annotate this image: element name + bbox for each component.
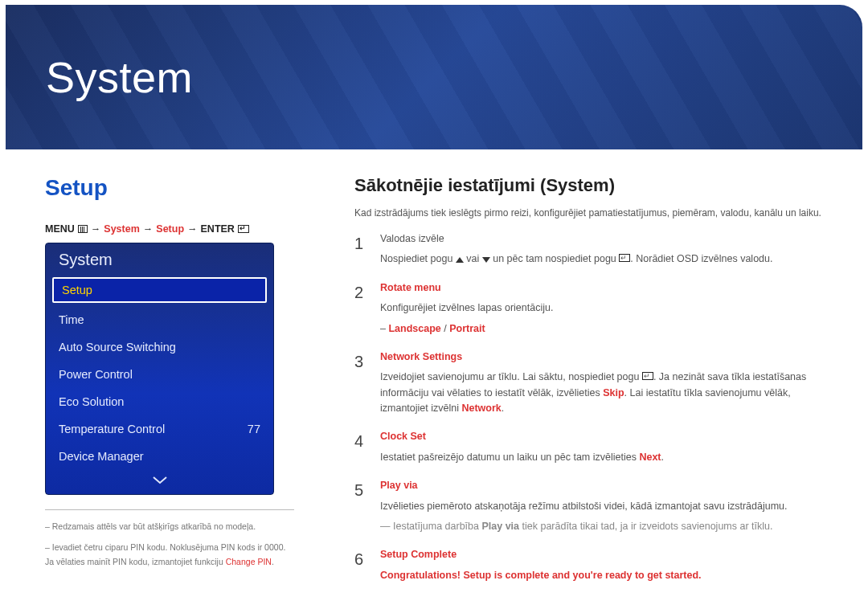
step-1: 1 Valodas izvēle Nospiediet pogu vai un … [354,231,834,272]
footnotes: – Redzamais attēls var būt atšķirīgs atk… [45,509,294,570]
setup-steps: 1 Valodas izvēle Nospiediet pogu vai un … [354,231,834,588]
text: vai [464,253,482,264]
step-body: Network Settings Izveidojiet savienojumu… [380,349,834,422]
step-3: 3 Network Settings Izveidojiet savienoju… [354,349,834,422]
next-label: Next [639,452,661,463]
step-6: 6 Setup Complete Congratulations! Setup … [354,547,834,588]
text: . Norādiet OSD izvēlnes valodu. [630,253,772,264]
step-4-title: Clock Set [380,431,426,442]
enter-button-icon [619,254,630,262]
step-number: 4 [354,429,367,470]
chevron-down-icon [153,476,167,484]
step-number: 6 [354,547,367,588]
enter-button-icon [238,225,249,233]
step-body: Setup Complete Congratulations! Setup is… [380,547,834,588]
step-3-desc: Izveidojiet savienojumu ar tīklu. Lai sā… [380,370,834,416]
intro-text: Kad izstrādājums tiek ieslēgts pirmo rei… [354,207,834,219]
text: tiek parādīta tikai tad, ja ir izveidots… [519,521,772,532]
network-label: Network [461,403,501,414]
left-column: Setup MENU → System → Setup → ENTER Syst… [45,175,306,596]
footnote-1: – Redzamais attēls var būt atšķirīgs atk… [45,520,294,534]
menu-grid-icon [78,225,88,233]
enter-button-icon [642,372,653,380]
step-number: 1 [354,231,367,272]
osd-item-power-control[interactable]: Power Control [46,361,273,388]
osd-item-label: Setup [62,284,92,296]
step-1-p2: Nospiediet pogu vai un pēc tam nospiedie… [380,251,834,267]
text: Iestatiet pašreizējo datumu un laiku un … [380,452,639,463]
chapter-header: System [6,5,862,149]
footnote-2-highlight: Change PIN [226,557,272,566]
arrow: → [187,223,198,235]
osd-item-eco-solution[interactable]: Eco Solution [46,388,273,415]
step-3-title: Network Settings [380,351,462,362]
step-number: 3 [354,349,367,422]
step-5: 5 Play via Izvēlieties piemēroto atskaņo… [354,478,834,539]
menu-path-prefix: MENU [45,223,75,235]
step-2-title: Rotate menu [380,282,441,293]
step-2-options: – Landscape / Portrait [380,321,834,337]
text: Izveidojiet savienojumu ar tīklu. Lai sā… [380,371,642,382]
arrow: → [143,223,154,235]
menu-path: MENU → System → Setup → ENTER [45,223,306,235]
text: Nospiediet pogu [380,253,456,264]
step-number: 2 [354,280,367,341]
step-body: Valodas izvēle Nospiediet pogu vai un pē… [380,231,834,272]
step-4-desc: Iestatiet pašreizējo datumu un laiku un … [380,450,834,465]
footnote-2-post: . [272,557,274,566]
osd-preview: System Setup Time Auto Source Switching … [45,243,274,495]
dash: – [380,323,388,334]
text: ― Iestatījuma darbība [380,521,481,532]
osd-item-value: 77 [248,423,260,435]
footnote-2: – Ievadiet četru ciparu PIN kodu. Noklus… [45,541,294,570]
chapter-title: System [46,52,193,102]
osd-more-chevron[interactable] [46,470,273,494]
text: . [502,403,504,414]
manual-page: System Setup MENU → System → Setup → ENT… [0,5,868,613]
osd-item-label: Device Manager [59,450,144,463]
section-title: Setup [45,175,306,201]
osd-item-label: Power Control [59,368,133,381]
step-1-p1: Valodas izvēle [380,231,834,247]
content-area: Setup MENU → System → Setup → ENTER Syst… [0,149,868,596]
step-4: 4 Clock Set Iestatiet pašreizējo datumu … [354,429,834,470]
osd-item-time[interactable]: Time [46,306,273,333]
osd-item-temperature[interactable]: Temperature Control 77 [46,415,273,443]
play-via-label: Play via [481,521,519,532]
step-body: Clock Set Iestatiet pašreizējo datumu un… [380,429,834,470]
skip-label: Skip [603,387,624,398]
arrow: → [91,223,101,235]
down-arrow-icon [482,257,490,263]
option-landscape: Landscape [388,323,440,334]
step-number: 5 [354,478,367,539]
osd-item-label: Temperature Control [59,423,165,435]
step-2: 2 Rotate menu Konfigurējiet izvēlnes lap… [354,280,834,341]
osd-item-setup[interactable]: Setup [52,277,267,303]
menu-path-enter: ENTER [201,223,235,235]
step-body: Play via Izvēlieties piemēroto atskaņotā… [380,478,834,539]
text: un pēc tam nospiediet pogu [490,253,620,264]
option-portrait: Portrait [449,323,485,334]
path-setup: Setup [156,223,184,235]
osd-item-auto-source[interactable]: Auto Source Switching [46,333,273,361]
step-6-msg: Congratulations! Setup is complete and y… [380,570,702,581]
osd-item-label: Time [59,313,84,326]
step-5-title: Play via [380,480,418,491]
up-arrow-icon [456,257,464,263]
step-body: Rotate menu Konfigurējiet izvēlnes lapas… [380,280,834,341]
right-column: Sākotnējie iestatījumi (System) Kad izst… [354,175,834,596]
path-system: System [104,223,139,235]
osd-header: System [46,243,273,274]
osd-item-label: Auto Source Switching [59,341,176,353]
step-5-p2: ― Iestatījuma darbība Play via tiek parā… [380,519,834,534]
osd-item-label: Eco Solution [59,395,124,408]
text: . [661,452,664,463]
step-2-desc: Konfigurējiet izvēlnes lapas orientāciju… [380,300,834,316]
step-6-title: Setup Complete [380,549,457,560]
step-5-p1: Izvēlieties piemēroto atskaņotāja režīmu… [380,499,834,514]
osd-item-device-manager[interactable]: Device Manager [46,443,273,470]
slash: / [441,323,449,334]
subsection-title: Sākotnējie iestatījumi (System) [354,175,834,196]
